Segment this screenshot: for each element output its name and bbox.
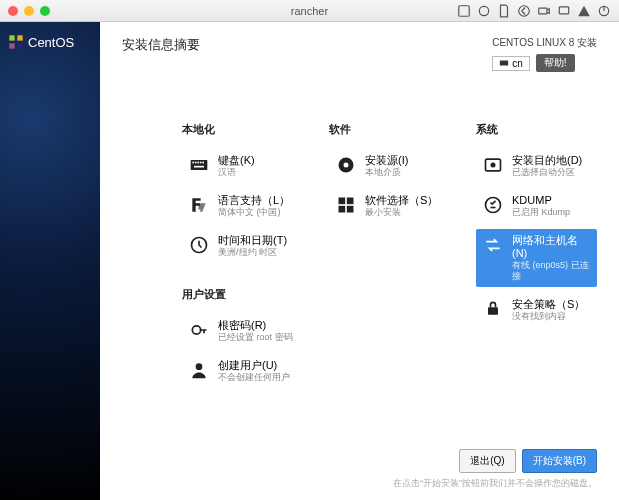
spoke-subtitle: 最小安装: [365, 207, 438, 218]
help-button[interactable]: 帮助!: [536, 54, 575, 72]
svg-point-30: [486, 197, 501, 212]
svg-rect-17: [202, 162, 204, 164]
spoke-title: 安装目的地(D): [512, 154, 582, 167]
svg-rect-13: [192, 162, 194, 164]
clock-icon: [188, 234, 210, 256]
spoke-title: 安全策略（S）: [512, 298, 585, 311]
svg-rect-14: [195, 162, 197, 164]
spoke-title: 键盘(K): [218, 154, 255, 167]
spoke-title: 创建用户(U): [218, 359, 290, 372]
svg-point-29: [491, 163, 496, 168]
svg-rect-27: [347, 206, 354, 213]
keyboard-icon: [188, 154, 210, 176]
spoke-language-support[interactable]: 语言支持（L）简体中文 (中国): [182, 189, 303, 223]
spoke-title: 时间和日期(T): [218, 234, 287, 247]
spoke-title: 网络和主机名(N): [512, 234, 591, 260]
spoke-title: 软件选择（S）: [365, 194, 438, 207]
language-icon: [188, 194, 210, 216]
spoke-subtitle: 本地介质: [365, 167, 408, 178]
footer-hint: 在点击“开始安装”按钮前我们并不会操作您的磁盘。: [393, 477, 597, 490]
svg-rect-12: [191, 160, 208, 170]
section-heading: 软件: [329, 122, 450, 137]
svg-rect-24: [339, 197, 346, 204]
page-title: 安装信息摘要: [122, 36, 200, 72]
svg-rect-18: [194, 166, 204, 168]
spoke-subtitle: 汉语: [218, 167, 255, 178]
kdump-icon: [482, 194, 504, 216]
window-title: rancher: [0, 5, 619, 17]
spoke-install-destination[interactable]: 安装目的地(D)已选择自动分区: [476, 149, 597, 183]
layout-code: cn: [512, 58, 523, 69]
spoke-install-source[interactable]: 安装源(I)本地介质: [329, 149, 450, 183]
section-heading: 本地化: [182, 122, 303, 137]
spoke-create-user[interactable]: 创建用户(U)不会创建任何用户: [182, 354, 303, 388]
quit-button[interactable]: 退出(Q): [459, 449, 515, 473]
spoke-subtitle: 已经设置 root 密码: [218, 332, 293, 343]
spoke-keyboard[interactable]: 键盘(K)汉语: [182, 149, 303, 183]
svg-rect-11: [500, 61, 508, 66]
main-panel: 安装信息摘要 CENTOS LINUX 8 安装 cn 帮助! 本地化 键盘(: [100, 22, 619, 500]
svg-rect-10: [17, 43, 22, 48]
svg-point-20: [192, 326, 200, 334]
svg-rect-7: [9, 35, 14, 40]
anaconda-installer: CentOS 安装信息摘要 CENTOS LINUX 8 安装 cn 帮助! 本…: [0, 22, 619, 500]
spoke-title: KDUMP: [512, 194, 570, 207]
spoke-subtitle: 已选择自动分区: [512, 167, 582, 178]
begin-install-button[interactable]: 开始安装(B): [522, 449, 597, 473]
spoke-subtitle: 没有找到内容: [512, 311, 585, 322]
spoke-network[interactable]: 网络和主机名(N)有线 (enp0s5) 已连接: [476, 229, 597, 287]
spoke-title: 语言支持（L）: [218, 194, 290, 207]
centos-logo: CentOS: [8, 34, 92, 50]
svg-point-21: [196, 363, 203, 370]
svg-rect-9: [9, 43, 14, 48]
svg-rect-15: [197, 162, 199, 164]
svg-rect-16: [200, 162, 202, 164]
sidebar: CentOS: [0, 22, 100, 500]
spoke-kdump[interactable]: KDUMP已启用 Kdump: [476, 189, 597, 223]
svg-rect-31: [488, 307, 498, 315]
svg-rect-25: [347, 197, 354, 204]
footer: 退出(Q) 开始安装(B) 在点击“开始安装”按钮前我们并不会操作您的磁盘。: [122, 449, 597, 490]
localization-column: 本地化 键盘(K)汉语 语言支持（L）简体中文 (中国) 时间和日期(T)美洲/…: [182, 122, 303, 394]
user-icon: [188, 359, 210, 381]
disc-icon: [335, 154, 357, 176]
spoke-subtitle: 已启用 Kdump: [512, 207, 570, 218]
spoke-subtitle: 有线 (enp0s5) 已连接: [512, 260, 591, 282]
svg-point-23: [344, 163, 349, 168]
product-label: CENTOS LINUX 8 安装: [492, 36, 597, 50]
brand-text: CentOS: [28, 35, 74, 50]
svg-rect-26: [339, 206, 346, 213]
macos-titlebar: rancher: [0, 0, 619, 22]
shield-lock-icon: [482, 298, 504, 320]
spoke-software-selection[interactable]: 软件选择（S）最小安装: [329, 189, 450, 223]
spoke-subtitle: 不会创建任何用户: [218, 372, 290, 383]
harddrive-icon: [482, 154, 504, 176]
spoke-datetime[interactable]: 时间和日期(T)美洲/纽约 时区: [182, 229, 303, 263]
spoke-root-password[interactable]: 根密码(R)已经设置 root 密码: [182, 314, 303, 348]
package-icon: [335, 194, 357, 216]
section-heading: 用户设置: [182, 287, 303, 302]
spoke-title: 安装源(I): [365, 154, 408, 167]
spoke-security-policy[interactable]: 安全策略（S）没有找到内容: [476, 293, 597, 327]
keyboard-layout-indicator[interactable]: cn: [492, 56, 530, 71]
svg-rect-8: [17, 35, 22, 40]
section-heading: 系统: [476, 122, 597, 137]
lock-icon: [188, 319, 210, 341]
spoke-subtitle: 简体中文 (中国): [218, 207, 290, 218]
software-column: 软件 安装源(I)本地介质 软件选择（S）最小安装: [329, 122, 450, 394]
spoke-subtitle: 美洲/纽约 时区: [218, 247, 287, 258]
spoke-title: 根密码(R): [218, 319, 293, 332]
network-icon: [482, 234, 504, 256]
system-column: 系统 安装目的地(D)已选择自动分区 KDUMP已启用 Kdump 网络和主机名…: [476, 122, 597, 394]
